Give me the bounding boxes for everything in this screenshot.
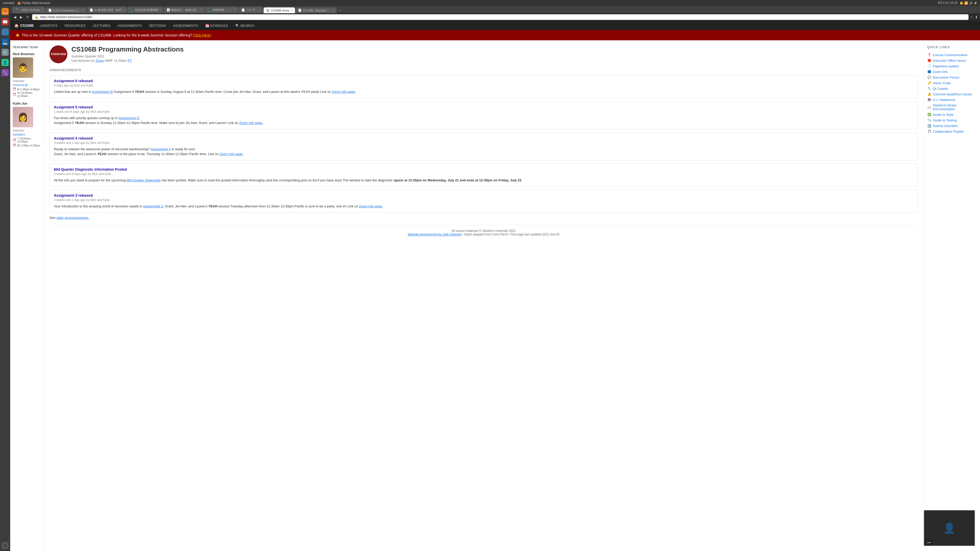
nav-assessments[interactable]: ASSESSMENTS	[172, 22, 199, 30]
nav-assignments[interactable]: ASSIGNMENTS	[117, 22, 143, 30]
tab-tsuro[interactable]: 📄つろ 千... ✕	[239, 7, 263, 13]
quick-link-guide-testing[interactable]: 🔍 Guide to Testing	[927, 118, 977, 123]
quick-link-discussion[interactable]: 💬 Discussion Forum	[927, 75, 977, 80]
os-icon-apps[interactable]: ⊞	[2, 542, 9, 549]
announcement-title-2[interactable]: Assignment 5 released	[54, 105, 913, 109]
announcement-body-1: Linked lists are up next in Assignment 6…	[54, 89, 913, 94]
instructor-time-nick-1: ⏰M 1:30pm-3:30pm	[13, 87, 41, 91]
announcement-title-4[interactable]: Mid-Quarter Diagnostic Information Poste…	[54, 167, 913, 171]
mid-quarter-link[interactable]: Mid-Quarter Diagnostic	[127, 178, 161, 182]
footer-copyright: All course materials © Stanford Universi…	[54, 229, 914, 233]
discussion-icon: 💬	[927, 75, 931, 79]
reload-button[interactable]: ↻	[25, 14, 30, 20]
instructor-time-kylie-1: ⏰T 10:00am-12:00pm	[13, 137, 41, 143]
zoom-info-link-5[interactable]: Zoom info page.	[359, 204, 383, 208]
quick-link-qt-creator[interactable]: 🔧 Qt Creator	[927, 86, 977, 91]
nav-logistics[interactable]: LOGISTICS	[39, 22, 59, 30]
qt-creator-icon: 🔧	[927, 86, 931, 91]
zoom-info-link-2[interactable]: Zoom info page.	[239, 121, 263, 125]
back-button[interactable]: ◀	[12, 14, 18, 20]
right-sidebar: QUICK LINKS ❓ Course Communication 🔴 Ins…	[924, 40, 980, 551]
quick-link-office-hours[interactable]: 🔴 Instructor Office Hours	[927, 58, 977, 63]
tab-data[interactable]: 📊数据风云 - 连续介质模拟... ✕	[164, 7, 205, 13]
announcement-meta-3: 3 weeks and 1 day ago by Nick and Kylie	[54, 141, 913, 144]
nav-resources[interactable]: RESOURCES	[64, 22, 86, 30]
nav-search[interactable]: 🔍 SEARCH	[234, 22, 255, 30]
course-quarter: Summer Quarter 2021	[72, 54, 184, 58]
announcement-meta-2: 1 week and 6 days ago by Nick and Kylie	[54, 110, 913, 114]
quick-link-build-issues[interactable]: ⚠️ Common Build/Run Issues	[927, 91, 977, 97]
zoom-info-link-3[interactable]: Zoom info page.	[220, 152, 243, 156]
quick-link-zoom[interactable]: 🔵 Zoom Info	[927, 69, 977, 75]
older-announcements-link[interactable]: older announcements.	[56, 216, 89, 220]
tab-cs106b-home[interactable]: 🏠CS106B Home ✕	[264, 7, 295, 13]
os-icon-vscode[interactable]: 💻	[2, 38, 9, 46]
banner-link[interactable]: Click Here!	[193, 33, 211, 37]
office-hours-icon: 🔴	[927, 59, 931, 62]
address-bar[interactable]: 🔒 https://web.stanford.edu/class/cs106b/	[32, 14, 969, 20]
os-icon-firefox[interactable]: 🦊	[2, 8, 9, 15]
assignment3-link[interactable]: Assignment 3.	[143, 204, 164, 208]
assignment4-link[interactable]: Assignment 4	[151, 147, 171, 151]
announcement-1: Assignment 6 released 4 days ago by Nick…	[49, 75, 918, 98]
quick-link-submit-checklist[interactable]: ☑️ Submit Checklist	[927, 123, 977, 129]
see-older-text: See older announcements.	[49, 216, 918, 220]
tab-cs106l[interactable]: 📄CS 106L: Standard C++... ✕	[296, 7, 336, 13]
nav-schedule[interactable]: 📅 SCHEDULE	[204, 22, 229, 30]
zoom-info-link-1[interactable]: Zoom info page.	[332, 90, 356, 94]
activities-label[interactable]: Activities	[3, 1, 14, 5]
paperless-icon: 📄	[927, 64, 931, 68]
main-content: STANFORD CS106B Programming Abstractions…	[43, 40, 924, 551]
announcement-3: Assignment 4 released 3 weeks and 1 day …	[49, 132, 918, 160]
nav-sections[interactable]: SECTIONS	[148, 22, 167, 30]
os-icon-tool[interactable]: 🔧	[2, 69, 9, 76]
announcement-title-3[interactable]: Assignment 4 released	[54, 136, 913, 140]
forward-button[interactable]: ▶	[19, 14, 24, 20]
tab-bilibili2[interactable]: 📺哔哩哔哩（ ...） ✕	[205, 7, 238, 13]
footer-link[interactable]: Website programming by Julie Zelenski	[408, 233, 461, 236]
instructor-name-nick: Nick Bowman	[13, 52, 41, 56]
announcement-meta-1: 4 days ago by Nick and Kylie	[54, 84, 913, 87]
os-icon-help[interactable]: ❓	[2, 28, 9, 35]
zoom-icon: 🔵	[927, 70, 931, 74]
bookmark-icon[interactable]: ☆	[970, 15, 974, 19]
tab-comparison[interactable]: 📄(510) Comparison of wa... ✕	[46, 7, 86, 13]
build-issues-icon: ⚠️	[927, 92, 931, 96]
page-scroll[interactable]: 🏠 CS106B LOGISTICS RESOURCES LECTURES AS…	[10, 21, 980, 551]
course-comm-icon: ❓	[927, 53, 931, 57]
page-footer: All course materials © Stanford Universi…	[49, 225, 918, 240]
tab-bar: 🎬（510) YouTube ✕ 📄(510) Comparison of wa…	[10, 6, 980, 13]
os-icon-user[interactable]: 👤	[2, 59, 9, 66]
tab-new[interactable]: +	[337, 8, 344, 13]
sys-icons: 🔔 📶 🔊 ⚡	[959, 1, 977, 5]
course-header: STANFORD CS106B Programming Abstractions…	[49, 45, 918, 63]
assignment5-link[interactable]: Assignment 5!	[118, 116, 139, 120]
download-icon[interactable]: ⬇	[975, 15, 978, 19]
assignment6-link[interactable]: Assignment 6!	[92, 90, 113, 94]
tab-youtube[interactable]: 🎬（510) YouTube ✕	[12, 7, 45, 13]
tab-bilibili[interactable]: 📺动态首页-哔哩哔哩 ✕	[127, 7, 164, 13]
brand-label[interactable]: 🏠 CS106B	[14, 24, 34, 27]
quick-link-guide-style[interactable]: ✅ Guide to Style	[927, 112, 977, 118]
os-icon-settings[interactable]: ⚙️	[2, 49, 9, 56]
os-icon-email[interactable]: ✉️	[2, 18, 9, 25]
instructor-photo-nick: 👨	[13, 57, 33, 78]
quick-link-honor-code[interactable]: 🔑 Honor Code	[927, 80, 977, 86]
quick-link-cpp-reference[interactable]: 📚 C++ Reference	[927, 97, 977, 103]
nav-lectures[interactable]: LECTURES	[92, 22, 111, 30]
guide-testing-icon: 🔍	[927, 118, 931, 122]
tab-zhihu[interactable]: 📄(2 条消息) 首页 - 知乎 ✕	[87, 7, 127, 13]
pt-link[interactable]: PT	[127, 59, 132, 62]
quick-link-paperless[interactable]: 📄 Paperless system	[927, 63, 977, 69]
quick-link-course-comm[interactable]: ❓ Course Communication	[927, 52, 977, 58]
instructor-email-nick[interactable]: nbowman@	[13, 83, 41, 86]
zoom-link[interactable]: Zoom	[96, 59, 104, 62]
quick-link-stanford-lib[interactable]: 📖 Stanford Library Documentation	[927, 103, 977, 112]
instructor-email-kylie[interactable]: ikyliej@cs	[13, 133, 41, 136]
submit-checklist-icon: ☑️	[927, 124, 931, 128]
announcement-title-5[interactable]: Assignment 3 released	[54, 193, 913, 197]
instructor-role-nick: Instructor	[13, 79, 41, 83]
quick-link-playlist[interactable]: 🎵 Collaborative Playlist	[927, 129, 977, 134]
announcement-4: Mid-Quarter Diagnostic Information Poste…	[49, 164, 918, 187]
announcement-title-1[interactable]: Assignment 6 released	[54, 79, 913, 83]
